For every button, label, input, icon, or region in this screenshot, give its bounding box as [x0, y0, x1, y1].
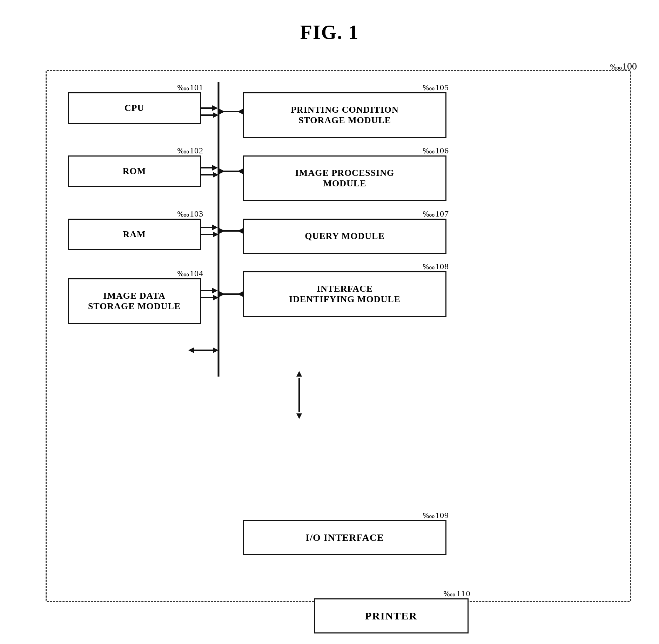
- svg-marker-3: [212, 105, 218, 111]
- svg-marker-33: [213, 295, 218, 300]
- svg-marker-15: [213, 172, 218, 178]
- image-processing-label: IMAGE PROCESSING MODULE: [295, 168, 395, 189]
- printing-condition-label: PRINTING CONDITION STORAGE MODULE: [291, 105, 399, 126]
- image-data-label: IMAGE DATA STORAGE MODULE: [88, 291, 181, 312]
- io-interface-label: I/O INTERFACE: [305, 532, 384, 543]
- outer-container: ‱100: [46, 70, 631, 602]
- cpu-label: CPU: [125, 103, 144, 113]
- query-module: ‱107 QUERY MODULE: [243, 219, 446, 254]
- svg-marker-41: [296, 371, 302, 377]
- svg-marker-6: [213, 112, 218, 118]
- ref-100: ‱100: [610, 61, 637, 72]
- ref-102: ‱102: [177, 146, 203, 155]
- ref-104: ‱104: [177, 269, 203, 278]
- svg-marker-42: [296, 413, 302, 419]
- ref-103: ‱103: [177, 209, 203, 219]
- ref-101: ‱101: [177, 83, 203, 92]
- ref-110: ‱110: [443, 589, 471, 598]
- svg-marker-38: [188, 347, 194, 353]
- svg-marker-24: [213, 232, 218, 237]
- ram-label: RAM: [123, 229, 146, 240]
- ref-109: ‱109: [423, 511, 449, 520]
- query-label: QUERY MODULE: [305, 231, 385, 241]
- svg-marker-8: [219, 109, 225, 114]
- image-processing-module: ‱106 IMAGE PROCESSING MODULE: [243, 155, 446, 201]
- svg-marker-9: [237, 109, 243, 114]
- page-title: FIG. 1: [0, 0, 659, 58]
- rom-module: ‱102 ROM: [68, 155, 201, 187]
- printing-condition-module: ‱105 PRINTING CONDITION STORAGE MODULE: [243, 92, 446, 138]
- svg-marker-26: [219, 228, 225, 234]
- svg-marker-35: [219, 291, 225, 297]
- printer-section: ‱110 PRINTER: [314, 598, 469, 633]
- printer-module: ‱110 PRINTER: [314, 598, 469, 633]
- printer-label: PRINTER: [365, 610, 417, 622]
- svg-marker-21: [212, 225, 218, 230]
- svg-marker-12: [212, 165, 218, 171]
- ref-108: ‱108: [423, 262, 449, 271]
- rom-label: ROM: [123, 166, 146, 177]
- svg-marker-30: [212, 288, 218, 293]
- ref-105: ‱105: [423, 83, 449, 92]
- ref-107: ‱107: [423, 209, 449, 219]
- svg-marker-36: [237, 291, 243, 297]
- interface-identifying-module: ‱108 INTERFACE IDENTIFYING MODULE: [243, 271, 446, 317]
- svg-marker-27: [237, 228, 243, 234]
- image-data-storage-module: ‱104 IMAGE DATA STORAGE MODULE: [68, 278, 201, 324]
- ram-module: ‱103 RAM: [68, 219, 201, 250]
- svg-marker-17: [219, 168, 225, 174]
- ref-106: ‱106: [423, 146, 449, 155]
- cpu-module: ‱101 CPU: [68, 92, 201, 124]
- interface-identifying-label: INTERFACE IDENTIFYING MODULE: [289, 284, 401, 305]
- svg-marker-18: [237, 168, 243, 174]
- io-interface-module: ‱109 I/O INTERFACE: [243, 520, 446, 555]
- svg-marker-39: [213, 347, 218, 353]
